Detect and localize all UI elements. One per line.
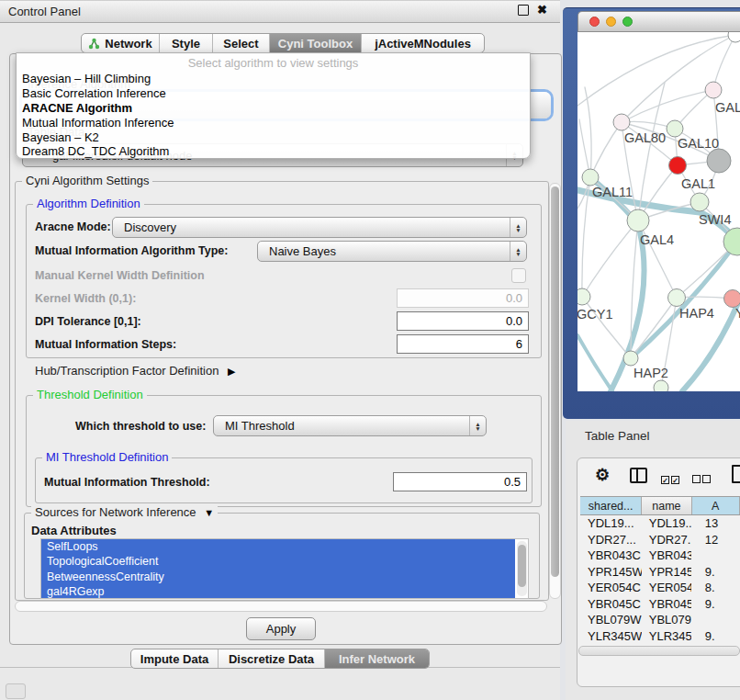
close-window-icon[interactable]: [589, 17, 600, 27]
tab-label: Style: [172, 37, 200, 51]
stepper-icon: ▲▼: [469, 416, 486, 435]
tab-label: Infer Network: [339, 652, 415, 666]
table-row[interactable]: YDR27...YDR27...12: [580, 532, 740, 548]
table-row[interactable]: YLR345WYLR345W9.: [580, 628, 740, 645]
tab-style[interactable]: Style: [159, 34, 212, 52]
tab-jactivemnodules[interactable]: jActiveMNodules: [361, 34, 484, 52]
data-attributes-list[interactable]: SelfLoopsTopologicalCoefficientBetweenne…: [40, 538, 529, 599]
manual-kernel-checkbox[interactable]: [511, 268, 526, 283]
column-header[interactable]: A: [692, 497, 740, 514]
minimize-window-icon[interactable]: [606, 17, 616, 27]
network-node[interactable]: [707, 149, 731, 173]
network-window-titlebar[interactable]: [577, 11, 740, 32]
stepper-icon: ▲▼: [510, 218, 526, 237]
network-canvas[interactable]: GALGAL80GAL10GAL1GAL11SWI4GAL4GCY1HAP4YH…: [577, 32, 740, 391]
attribute-list-item[interactable]: SelfLoops: [41, 539, 515, 554]
table-cell: YBR043C: [580, 548, 642, 564]
dpi-tolerance-field[interactable]: 0.0: [397, 311, 529, 331]
network-node-gal1[interactable]: [690, 193, 709, 211]
tab-label: Discretize Data: [229, 652, 314, 666]
aracne-mode-label: Aracne Mode:: [35, 220, 111, 233]
network-node-gal4[interactable]: [627, 209, 649, 231]
tab-network[interactable]: Network: [82, 34, 159, 52]
sources-group-title[interactable]: Sources for Network Inference ▼: [31, 506, 218, 519]
subtab-discretize-data[interactable]: Discretize Data: [218, 649, 324, 668]
mi-type-combobox[interactable]: Naive Bayes ▲▼: [257, 241, 527, 262]
network-node-gcy1[interactable]: [577, 288, 590, 305]
deselect-all-columns-icon[interactable]: [692, 470, 711, 487]
network-node[interactable]: [654, 380, 668, 391]
table-cell: YBL079W: [642, 612, 691, 628]
dropdown-item[interactable]: ARACNE Algorithm: [17, 101, 530, 116]
thin-edge[interactable]: [579, 119, 590, 177]
kernel-width-field[interactable]: 0.0: [397, 288, 529, 308]
manual-kernel-label: Manual Kernel Width Definition: [35, 269, 205, 282]
table-cell: YBR045C: [580, 596, 642, 613]
table-row[interactable]: YDL19...YDL19...13: [580, 515, 740, 532]
settings-vertical-scrollbar[interactable]: [549, 183, 561, 599]
node-label: HAP4: [679, 306, 714, 321]
mi-type-value: Naive Bayes: [258, 244, 510, 258]
export-table-icon[interactable]: [732, 465, 740, 483]
zoom-window-icon[interactable]: [622, 17, 633, 27]
network-node-gal[interactable]: [705, 82, 722, 98]
table-panel-titlebar: Table Panel: [566, 421, 740, 451]
columns-icon[interactable]: [630, 468, 647, 483]
subtab-infer-network[interactable]: Infer Network: [324, 649, 429, 668]
algorithm-dropdown-popup: Select algorithm to view settings Bayesi…: [16, 52, 531, 159]
scrollbar-thumb[interactable]: [551, 186, 559, 577]
attribute-list-item[interactable]: gal4RGexp: [41, 584, 515, 599]
hub-definition-expander[interactable]: Hub/Transcription Factor Definition ▶: [35, 364, 235, 378]
thin-edge[interactable]: [713, 35, 735, 90]
apply-button[interactable]: Apply: [246, 617, 316, 640]
tab-cyni-toolbox[interactable]: Cyni Toolbox: [269, 34, 361, 52]
dropdown-item[interactable]: Bayesian – Hill Climbing: [17, 72, 530, 86]
mi-steps-field[interactable]: 6: [397, 334, 529, 354]
node-table: shared...nameA YDL19...YDL19...13YDR27..…: [580, 496, 740, 646]
thick-edge[interactable]: [577, 335, 612, 391]
network-node[interactable]: [669, 157, 687, 175]
table-horizontal-scrollbar[interactable]: [578, 646, 740, 656]
docked-panel-grip[interactable]: [6, 683, 26, 699]
sources-title-text: Sources for Network Inference: [35, 505, 196, 519]
column-header[interactable]: shared...: [580, 497, 642, 514]
network-node-hap2[interactable]: [623, 351, 638, 366]
attribute-list-item[interactable]: TopologicalCoefficient: [41, 554, 515, 569]
table-row[interactable]: YER054CYER054C8.: [580, 580, 740, 596]
network-node-y[interactable]: [724, 290, 740, 308]
close-icon[interactable]: ✖: [537, 6, 547, 15]
table-cell: YBR045C: [642, 596, 691, 613]
table-row[interactable]: YPR145WYPR145W9.: [580, 564, 740, 581]
thin-edge[interactable]: [622, 90, 713, 122]
network-node-hap4[interactable]: [668, 289, 686, 307]
tab-label: Network: [105, 37, 151, 51]
settings-horizontal-scrollbar[interactable]: [15, 601, 547, 612]
thin-edge[interactable]: [582, 220, 638, 297]
attribute-list-item[interactable]: BetweennessCentrality: [41, 570, 515, 584]
cyni-settings-title: Cyni Algorithm Settings: [22, 175, 152, 187]
list-scrollbar[interactable]: [517, 541, 527, 596]
subtab-impute-data[interactable]: Impute Data: [131, 649, 218, 668]
dropdown-item[interactable]: Dream8 DC_TDC Algorithm: [17, 144, 530, 159]
column-header[interactable]: name: [642, 497, 691, 514]
which-threshold-combobox[interactable]: MI Threshold ▲▼: [213, 415, 487, 436]
float-window-icon[interactable]: [518, 5, 529, 16]
network-node-gal80[interactable]: [613, 114, 630, 130]
network-node-gal10[interactable]: [667, 120, 683, 137]
table-row[interactable]: YBR045CYBR045C9.: [580, 596, 740, 613]
dropdown-item[interactable]: Bayesian – K2: [17, 130, 530, 145]
tab-select[interactable]: Select: [212, 34, 269, 52]
network-node-gal11[interactable]: [582, 169, 599, 186]
gear-icon[interactable]: ⚙: [595, 465, 610, 485]
network-node[interactable]: [728, 32, 740, 42]
thin-edge[interactable]: [590, 122, 622, 177]
table-cell: YPR145W: [642, 564, 691, 581]
mi-threshold-field[interactable]: 0.5: [393, 472, 527, 491]
node-label: GAL11: [592, 185, 633, 199]
dropdown-item[interactable]: Basic Correlation Inference: [17, 86, 530, 101]
table-row[interactable]: YBL079WYBL079W: [580, 612, 740, 628]
select-all-columns-icon[interactable]: ✓✓: [661, 470, 679, 487]
dropdown-item[interactable]: Mutual Information Inference: [17, 116, 530, 130]
table-row[interactable]: YBR043CYBR043C: [580, 548, 740, 564]
aracne-mode-combobox[interactable]: Discovery ▲▼: [112, 217, 527, 238]
